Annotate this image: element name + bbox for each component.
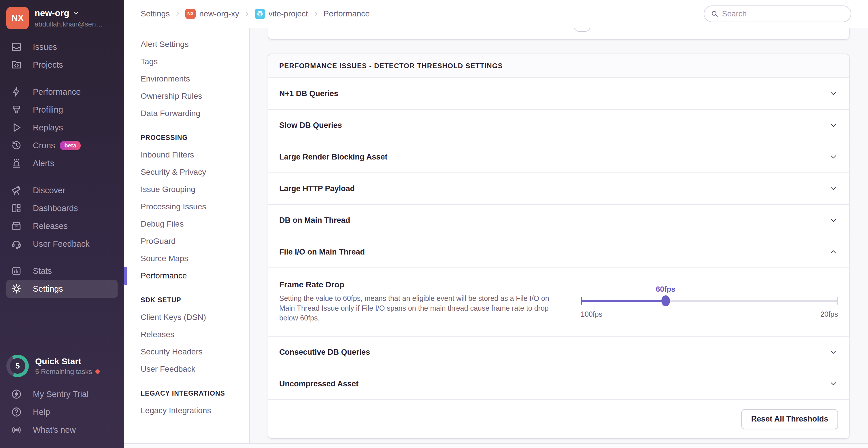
- chevron-right-icon: [313, 11, 319, 17]
- breadcrumb-page: Performance: [323, 9, 370, 19]
- row-n-plus-one-db-queries[interactable]: N+1 DB Queries: [268, 78, 849, 110]
- settings-nav-alert-settings[interactable]: Alert Settings: [124, 36, 249, 53]
- settings-nav-proguard[interactable]: ProGuard: [124, 233, 249, 250]
- sidebar-item-dashboards[interactable]: Dashboards: [6, 199, 118, 217]
- settings-nav-source-maps[interactable]: Source Maps: [124, 250, 249, 267]
- settings-nav-user-feedback[interactable]: User Feedback: [124, 360, 249, 378]
- sidebar-item-label: What's new: [33, 425, 76, 435]
- breadcrumb-organization[interactable]: NX new-org-xy: [185, 9, 239, 19]
- chevron-up-icon[interactable]: [829, 247, 838, 256]
- slider-value-label: 60fps: [656, 285, 676, 294]
- settings-nav-releases[interactable]: Releases: [124, 326, 249, 343]
- sidebar-item-issues[interactable]: Issues: [6, 38, 118, 56]
- row-consecutive-db-queries[interactable]: Consecutive DB Queries: [268, 337, 849, 368]
- detector-threshold-panel: PERFORMANCE ISSUES - DETECTOR THRESHOLD …: [268, 54, 849, 439]
- user-feedback-icon: [11, 238, 22, 249]
- settings-nav-data-forwarding[interactable]: Data Forwarding: [124, 105, 249, 122]
- sidebar-item-label: Settings: [33, 284, 63, 294]
- org-switcher[interactable]: NX new-org abdullah.khan@sen…: [0, 0, 124, 29]
- breadcrumb-settings[interactable]: Settings: [141, 9, 170, 19]
- search-bar[interactable]: [704, 5, 851, 22]
- settings-nav-performance[interactable]: Performance: [124, 267, 249, 284]
- settings-nav-issue-grouping[interactable]: Issue Grouping: [124, 181, 249, 198]
- chevron-right-icon: [244, 11, 250, 17]
- chevron-down-icon[interactable]: [829, 120, 838, 130]
- chevron-down-icon[interactable]: [829, 216, 838, 225]
- chevron-right-icon: [174, 11, 181, 17]
- row-slow-db-queries[interactable]: Slow DB Queries: [268, 110, 849, 141]
- sidebar-item-label: Issues: [33, 42, 57, 52]
- sidebar-item-my-sentry-trial[interactable]: My Sentry Trial: [6, 385, 118, 403]
- sidebar-item-label: Releases: [33, 221, 68, 231]
- search-icon: [711, 9, 718, 18]
- quick-start-subtitle: 5 Remaining tasks: [35, 368, 92, 376]
- sidebar-item-whats-new[interactable]: What's new: [6, 421, 118, 439]
- sidebar-item-label: Discover: [33, 186, 65, 195]
- settings-nav-security-privacy[interactable]: Security & Privacy: [124, 164, 249, 181]
- slider-thumb[interactable]: [661, 296, 670, 306]
- sidebar-item-label: Projects: [33, 60, 63, 70]
- help-icon: [11, 407, 22, 417]
- org-badge: NX: [185, 9, 196, 19]
- settings-nav-security-headers[interactable]: Security Headers: [124, 343, 249, 360]
- chevron-down-icon[interactable]: [829, 152, 838, 162]
- org-avatar: NX: [6, 7, 29, 29]
- settings-nav-header-processing: PROCESSING: [124, 129, 249, 146]
- chevron-down-icon: [72, 10, 79, 17]
- frame-rate-drop-label: Frame Rate Drop: [279, 280, 567, 289]
- sidebar-item-stats[interactable]: Stats: [6, 262, 118, 280]
- chevron-down-icon[interactable]: [829, 89, 838, 98]
- quick-start-progress-ring: 5: [6, 355, 29, 377]
- slider-track[interactable]: [581, 296, 838, 306]
- chevron-down-icon[interactable]: [829, 184, 838, 193]
- sidebar-item-label: Dashboards: [33, 204, 78, 213]
- panel-title: PERFORMANCE ISSUES - DETECTOR THRESHOLD …: [268, 54, 849, 78]
- chevron-down-icon[interactable]: [829, 379, 838, 388]
- breadcrumb-project[interactable]: vite-project: [255, 9, 308, 19]
- sidebar-item-projects[interactable]: Projects: [6, 56, 118, 74]
- sidebar-item-releases[interactable]: Releases: [6, 217, 118, 235]
- notification-dot: [95, 369, 100, 374]
- bottom-scroll-strip[interactable]: [124, 443, 868, 448]
- beta-badge: beta: [60, 141, 81, 150]
- settings-nav-tags[interactable]: Tags: [124, 53, 249, 70]
- row-large-render-blocking-asset[interactable]: Large Render Blocking Asset: [268, 141, 849, 173]
- chevron-down-icon[interactable]: [829, 347, 838, 357]
- settings-nav-client-keys[interactable]: Client Keys (DSN): [124, 309, 249, 326]
- issues-icon: [11, 41, 22, 53]
- sidebar-item-help[interactable]: Help: [6, 403, 118, 421]
- settings-nav-header-sdk-setup: SDK SETUP: [124, 291, 249, 309]
- sidebar-item-label: Performance: [33, 87, 81, 97]
- slider-min-label: 100fps: [581, 310, 602, 318]
- settings-nav-inbound-filters[interactable]: Inbound Filters: [124, 146, 249, 164]
- frame-rate-drop-description: Setting the value to 60fps, means that a…: [279, 294, 552, 323]
- quick-start[interactable]: 5 Quick Start 5 Remaining tasks: [6, 355, 118, 377]
- sidebar-item-discover[interactable]: Discover: [6, 181, 118, 199]
- row-file-io-on-main-thread[interactable]: File I/O on Main Thread: [268, 236, 849, 268]
- sidebar-item-label: Crons: [33, 141, 55, 150]
- sidebar-item-performance[interactable]: Performance: [6, 83, 118, 101]
- projects-icon: [11, 59, 22, 70]
- stats-icon: [11, 266, 22, 276]
- sidebar-item-replays[interactable]: Replays: [6, 118, 118, 136]
- sidebar-item-label: Profiling: [33, 105, 63, 114]
- settings-nav-legacy-integrations[interactable]: Legacy Integrations: [124, 402, 249, 419]
- settings-nav-debug-files[interactable]: Debug Files: [124, 215, 249, 233]
- sidebar-item-user-feedback[interactable]: User Feedback: [6, 235, 118, 253]
- row-db-on-main-thread[interactable]: DB on Main Thread: [268, 205, 849, 236]
- dashboards-icon: [11, 203, 22, 214]
- settings-nav-header-legacy-integrations: LEGACY INTEGRATIONS: [124, 385, 249, 402]
- settings-nav-ownership-rules[interactable]: Ownership Rules: [124, 88, 249, 105]
- settings-nav-processing-issues[interactable]: Processing Issues: [124, 198, 249, 215]
- sidebar-item-alerts[interactable]: Alerts: [6, 154, 118, 172]
- sidebar-item-profiling[interactable]: Profiling: [6, 101, 118, 118]
- sidebar-item-settings[interactable]: Settings: [6, 280, 118, 298]
- performance-icon: [11, 87, 22, 97]
- breadcrumb: Settings NX new-org-xy vite-project Perf…: [141, 9, 370, 19]
- sidebar-item-crons[interactable]: Crons beta: [6, 136, 118, 154]
- reset-all-thresholds-button[interactable]: Reset All Thresholds: [741, 409, 838, 429]
- search-input[interactable]: [722, 9, 844, 19]
- row-large-http-payload[interactable]: Large HTTP Payload: [268, 173, 849, 205]
- row-uncompressed-asset[interactable]: Uncompressed Asset: [268, 368, 849, 400]
- settings-nav-environments[interactable]: Environments: [124, 70, 249, 88]
